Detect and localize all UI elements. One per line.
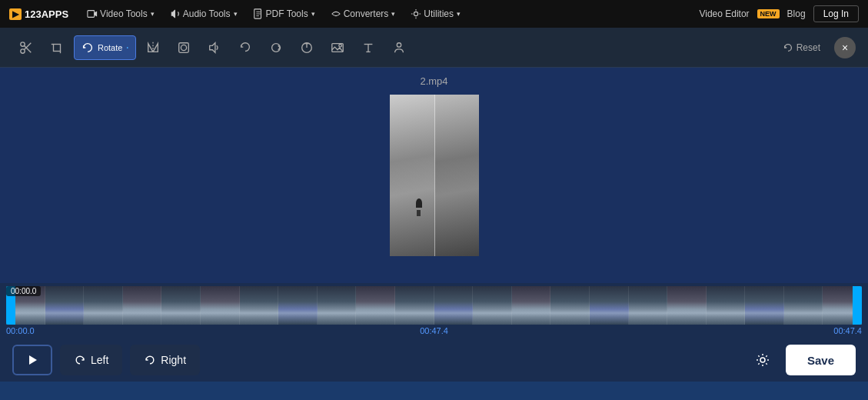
svg-point-15 xyxy=(181,45,186,50)
nav-video-tools-label: Video Tools xyxy=(100,8,148,19)
logo-icon: ▶ xyxy=(9,8,22,20)
nav-utilities[interactable]: Utilities ▾ xyxy=(404,5,467,22)
nav-audio-chevron: ▾ xyxy=(234,10,238,18)
loop-tool-button[interactable] xyxy=(262,36,290,59)
time-start-label: 00:00.0 xyxy=(6,326,35,335)
toolbar-right: Reset × xyxy=(775,37,856,58)
frame-cell xyxy=(434,286,474,325)
save-button[interactable]: Save xyxy=(786,345,856,375)
svg-rect-0 xyxy=(88,11,95,18)
blog-link[interactable]: Blog xyxy=(787,8,806,19)
cut-tool-button[interactable] xyxy=(12,36,40,59)
nav-utilities-label: Utilities xyxy=(424,8,454,19)
frame-cell xyxy=(278,286,318,325)
top-navigation: ▶ 123APPS Video Tools ▾ Audio Tools ▾ PD… xyxy=(0,0,868,28)
frame-cell xyxy=(550,286,590,325)
main-preview-area: 2.mp4 xyxy=(0,68,868,283)
frame-cell xyxy=(707,286,746,325)
rotate-right-label: Right xyxy=(161,354,186,366)
frame-cell xyxy=(629,286,668,325)
svg-marker-16 xyxy=(210,42,215,52)
svg-point-27 xyxy=(760,358,765,362)
frame-cell xyxy=(123,286,162,325)
rotate-left-button[interactable]: Left xyxy=(60,345,122,375)
new-badge: NEW xyxy=(757,9,780,18)
nav-audio-tools[interactable]: Audio Tools ▾ xyxy=(164,5,244,22)
frame-cell xyxy=(512,286,551,325)
logo-text: 123APPS xyxy=(25,8,68,20)
play-button[interactable] xyxy=(12,345,52,375)
speed-tool-button[interactable] xyxy=(293,36,321,59)
crop-tool-button[interactable] xyxy=(43,36,71,59)
svg-point-25 xyxy=(397,42,401,46)
text-tool-button[interactable] xyxy=(354,36,382,59)
frame-cell xyxy=(201,286,240,325)
timeline-times: 00:00.0 00:47.4 00:47.4 xyxy=(0,325,868,338)
logo[interactable]: ▶ 123APPS xyxy=(9,8,68,20)
video-preview xyxy=(390,95,479,256)
frame-cell xyxy=(667,286,707,325)
timeline-track[interactable] xyxy=(6,286,862,325)
video-editor-label: Video Editor xyxy=(699,8,749,19)
nav-pdf-tools-label: PDF Tools xyxy=(266,8,308,19)
svg-marker-12 xyxy=(153,43,158,52)
reset-label: Reset xyxy=(796,42,820,53)
playhead-right[interactable] xyxy=(853,286,862,325)
nav-right-section: Video Editor NEW Blog Log In xyxy=(699,5,859,22)
settings-button[interactable] xyxy=(747,345,778,375)
svg-marker-1 xyxy=(95,12,98,17)
rotate-right-button[interactable]: Right xyxy=(130,345,200,375)
undo-tool-button[interactable] xyxy=(231,36,259,59)
login-button[interactable]: Log In xyxy=(813,5,859,22)
svg-rect-14 xyxy=(179,42,189,52)
time-middle-label: 00:47.4 xyxy=(420,326,448,335)
rotate-tool-label: Rotate xyxy=(98,43,122,52)
image-tool-button[interactable] xyxy=(324,36,351,59)
nav-utilities-chevron: ▾ xyxy=(457,10,461,18)
nav-video-tools[interactable]: Video Tools ▾ xyxy=(81,5,161,22)
timeline-area: 00:00.0 xyxy=(0,283,868,338)
filters-tool-button[interactable] xyxy=(170,36,198,59)
close-button[interactable]: × xyxy=(834,37,856,58)
timeline-frames xyxy=(6,286,862,325)
frame-cell xyxy=(84,286,123,325)
frame-cell xyxy=(473,286,512,325)
frame-cell xyxy=(161,286,201,325)
frame-cell xyxy=(45,286,85,325)
svg-marker-11 xyxy=(148,43,153,52)
video-preview-content xyxy=(390,95,479,256)
nav-video-tools-chevron: ▾ xyxy=(151,10,155,18)
svg-point-21 xyxy=(339,44,342,47)
frame-cell xyxy=(240,286,279,325)
video-filename: 2.mp4 xyxy=(420,75,447,87)
nav-converters-chevron: ▾ xyxy=(391,10,395,18)
time-end-label: 00:47.4 xyxy=(833,326,862,335)
nav-pdf-chevron: ▾ xyxy=(311,10,315,18)
svg-point-3 xyxy=(414,12,418,15)
bottom-bar: Left Right Save xyxy=(0,338,868,382)
volume-tool-button[interactable] xyxy=(201,36,228,59)
rotate-tool-button[interactable]: Rotate · xyxy=(74,35,136,60)
video-divider xyxy=(434,95,435,256)
nav-converters[interactable]: Converters ▾ xyxy=(324,5,402,22)
frame-cell xyxy=(745,286,784,325)
flip-tool-button[interactable] xyxy=(139,36,167,59)
toolbar: Rotate · Reset × xyxy=(0,28,868,68)
persons-tool-button[interactable] xyxy=(385,36,413,59)
svg-rect-8 xyxy=(54,44,61,51)
nav-audio-tools-label: Audio Tools xyxy=(183,8,231,19)
reset-button[interactable]: Reset xyxy=(775,38,828,58)
frame-cell xyxy=(590,286,629,325)
frame-cell xyxy=(356,286,395,325)
rotate-left-label: Left xyxy=(91,354,108,366)
svg-marker-26 xyxy=(29,355,37,365)
nav-converters-label: Converters xyxy=(344,8,389,19)
frame-cell xyxy=(318,286,357,325)
frame-cell xyxy=(784,286,823,325)
time-badge: 00:00.0 xyxy=(6,286,41,296)
nav-pdf-tools[interactable]: PDF Tools ▾ xyxy=(247,5,321,22)
frame-cell xyxy=(395,286,434,325)
bottom-right-section: Save xyxy=(747,345,856,375)
